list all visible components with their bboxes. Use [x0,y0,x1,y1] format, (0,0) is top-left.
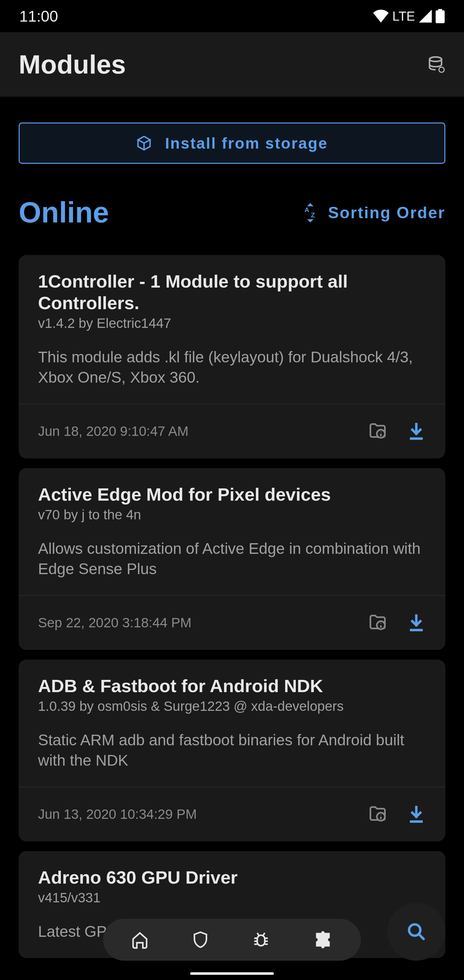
page-title: Modules [19,49,126,80]
card-footer: Jun 18, 2020 9:10:47 AM [19,404,445,458]
card-actions [368,422,426,441]
nav-puzzle-icon[interactable] [313,929,333,950]
folder-info-icon[interactable] [368,613,387,633]
nav-shield-icon[interactable] [191,931,210,949]
svg-text:Z: Z [311,212,317,219]
main-content: Install from storage Online A Z Sorting … [0,97,464,958]
section-title: Online [19,196,109,229]
module-description: Static ARM adb and fastboot binaries for… [38,730,426,770]
module-card[interactable]: ADB & Fastboot for Android NDK1.0.39 by … [19,660,445,842]
svg-rect-0 [438,9,442,10]
module-subtitle: 1.0.39 by osm0sis & Surge1223 @ xda-deve… [38,698,426,714]
install-button-label: Install from storage [165,134,328,152]
module-date: Sep 22, 2020 3:18:44 PM [38,615,191,630]
module-title: ADB & Fastboot for Android NDK [38,675,426,697]
network-label: LTE [392,9,415,24]
card-actions [368,805,426,824]
install-from-storage-button[interactable]: Install from storage [19,123,445,164]
wifi-icon [373,10,389,22]
card-body: Active Edge Mod for Pixel devicesv70 by … [19,468,445,595]
gesture-bar [190,972,274,975]
status-bar: 11:00 LTE [0,0,464,32]
card-footer: Sep 22, 2020 3:18:44 PM [19,595,445,650]
sort-az-icon: A Z [302,203,318,223]
module-date: Jun 13, 2020 10:34:29 PM [38,807,197,822]
download-icon[interactable] [407,422,426,441]
section-header: Online A Z Sorting Order [19,196,445,229]
module-title: Active Edge Mod for Pixel devices [38,484,426,505]
card-body: 1Controller - 1 Module to support all Co… [19,255,445,404]
search-fab[interactable] [387,903,445,961]
nav-home-icon[interactable] [131,931,149,949]
search-icon [407,922,426,941]
module-description: Allows customization of Active Edge in c… [38,539,426,579]
module-subtitle: v70 by j to the 4n [38,507,426,523]
status-icons: LTE [373,9,445,24]
download-icon[interactable] [407,805,426,824]
module-list: 1Controller - 1 Module to support all Co… [19,255,445,958]
folder-info-icon[interactable] [368,422,387,441]
folder-info-icon[interactable] [368,805,387,824]
svg-point-2 [429,57,442,62]
module-description: This module adds .kl file (keylayout) fo… [38,347,426,388]
status-time: 11:00 [19,7,58,25]
sort-label: Sorting Order [328,204,445,222]
sorting-order-button[interactable]: A Z Sorting Order [302,203,445,223]
module-card[interactable]: Active Edge Mod for Pixel devicesv70 by … [19,468,445,650]
signal-icon [419,10,432,22]
module-title: 1Controller - 1 Module to support all Co… [38,270,426,313]
battery-icon [435,9,445,23]
module-subtitle: v1.4.2 by Electric1447 [38,316,426,331]
module-date: Jun 18, 2020 9:10:47 AM [38,423,189,439]
box-icon [136,135,152,151]
svg-rect-1 [435,10,445,23]
module-title: Adreno 630 GPU Driver [38,867,426,888]
svg-rect-9 [257,935,265,946]
svg-text:A: A [305,206,311,213]
app-header: Modules [0,32,464,97]
card-actions [368,613,426,633]
download-icon[interactable] [407,613,426,633]
repo-sync-icon[interactable] [427,56,445,73]
module-subtitle: v415/v331 [38,890,426,905]
module-card[interactable]: 1Controller - 1 Module to support all Co… [19,255,445,458]
card-footer: Jun 13, 2020 10:34:29 PM [19,787,445,842]
nav-bug-icon[interactable] [252,931,270,949]
card-body: ADB & Fastboot for Android NDK1.0.39 by … [19,660,445,787]
bottom-nav [103,919,361,961]
